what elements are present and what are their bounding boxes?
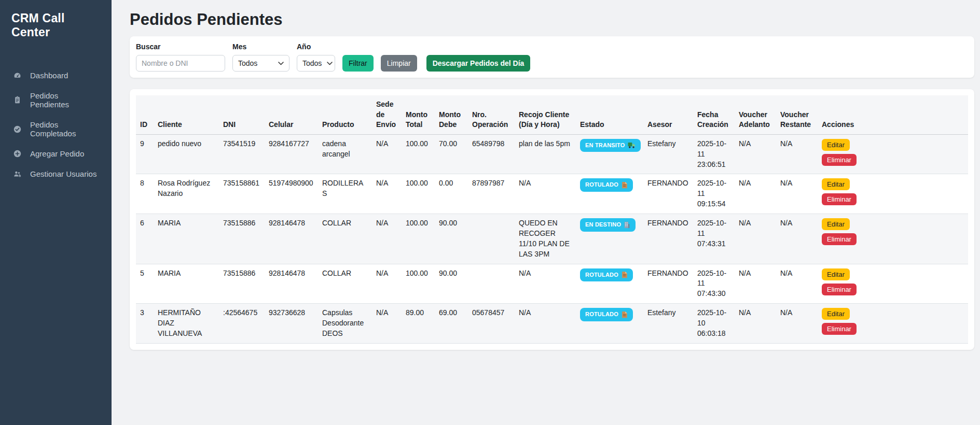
- cell-dni: :42564675: [219, 304, 265, 344]
- sidebar-item-label: Dashboard: [30, 71, 68, 80]
- delete-button[interactable]: Eliminar: [822, 233, 857, 245]
- sidebar-item-label: Gestionar Usuarios: [30, 169, 96, 178]
- year-select-value: Todos: [302, 59, 322, 67]
- cell-producto: cadena arcangel: [318, 134, 372, 174]
- edit-button[interactable]: Editar: [822, 218, 850, 230]
- filter-button[interactable]: Filtrar: [342, 55, 374, 72]
- cell-voucher-restante: N/A: [776, 214, 818, 264]
- edit-button[interactable]: Editar: [822, 139, 850, 151]
- edit-button[interactable]: Editar: [822, 308, 850, 320]
- column-header: Sede de Envío: [372, 95, 402, 134]
- sidebar-item-agregar-pedido[interactable]: Agregar Pedido: [0, 144, 112, 164]
- cell-cliente: HERMITAÑO DIAZ VILLANUEVA: [154, 304, 219, 344]
- cell-producto: Capsulas Desodorante DEOS: [318, 304, 372, 344]
- truck-icon: [628, 142, 636, 149]
- search-field-group: Buscar: [136, 42, 225, 72]
- cell-producto: COLLAR: [318, 214, 372, 264]
- sidebar-item-pedidos-completados[interactable]: Pedidos Completados: [0, 115, 112, 144]
- check-circle-icon: [12, 125, 22, 134]
- edit-button[interactable]: Editar: [822, 268, 850, 280]
- cell-dni: 735158861: [219, 174, 265, 214]
- delete-button[interactable]: Eliminar: [822, 154, 857, 166]
- table-row: 6MARIA73515886928146478COLLARN/A100.0090…: [136, 214, 968, 264]
- cell-asesor: FERNANDO: [643, 214, 693, 264]
- column-header: ID: [136, 95, 154, 134]
- delete-button[interactable]: Eliminar: [822, 323, 857, 335]
- status-label: ROTULADO: [585, 181, 618, 189]
- main-content: Pedidos Pendientes Buscar Mes Todos Año: [112, 0, 980, 425]
- year-select[interactable]: Todos: [297, 55, 335, 72]
- clear-button[interactable]: Limpiar: [381, 55, 417, 72]
- cell-recojo: N/A: [515, 174, 576, 214]
- month-label: Mes: [232, 42, 289, 51]
- sidebar-item-gestionar-usuarios[interactable]: Gestionar Usuarios: [0, 164, 112, 184]
- delete-button[interactable]: Eliminar: [822, 284, 857, 295]
- sidebar-item-dashboard[interactable]: Dashboard: [0, 65, 112, 86]
- cell-celular: 928146478: [265, 214, 318, 264]
- table-row: 9pedido nuevo735415199284167727cadena ar…: [136, 134, 968, 174]
- chevron-down-icon: [278, 62, 284, 65]
- status-label: ROTULADO: [585, 271, 618, 279]
- download-orders-button[interactable]: Descargar Pedidos del Día: [426, 55, 531, 72]
- cell-id: 9: [136, 134, 154, 174]
- cell-sede: N/A: [372, 214, 402, 264]
- cell-cliente: MARIA: [154, 264, 219, 304]
- plus-circle-icon: [12, 149, 22, 158]
- app-title: CRM Call Center: [0, 7, 112, 44]
- cell-monto-debe: 0.00: [435, 174, 468, 214]
- cell-recojo: plan de las 5pm: [515, 134, 576, 174]
- gauge-icon: [12, 71, 22, 80]
- cell-voucher-adelanto: N/A: [735, 264, 776, 304]
- cell-producto: RODILLERAS: [318, 174, 372, 214]
- building-icon: [624, 221, 630, 229]
- year-field-group: Año Todos: [297, 42, 335, 72]
- column-header: Monto Total: [402, 95, 435, 134]
- cell-acciones: EditarEliminar: [818, 134, 968, 174]
- sidebar-item-pedidos-pendientes[interactable]: Pedidos Pendientes: [0, 86, 112, 115]
- cell-monto-debe: 69.00: [435, 304, 468, 344]
- cell-voucher-adelanto: N/A: [735, 304, 776, 344]
- cell-fecha-creacion: 2025-10-11 07:43:30: [693, 264, 735, 304]
- cell-monto-debe: 70.00: [435, 134, 468, 174]
- cell-celular: 51974980900: [265, 174, 318, 214]
- table-row: 5MARIA73515886928146478COLLARN/A100.0090…: [136, 264, 968, 304]
- status-badge: ROTULADO: [580, 308, 633, 321]
- cell-recojo: QUEDO EN RECOGER 11/10 PLAN DE LAS 3PM: [515, 214, 576, 264]
- month-field-group: Mes Todos: [232, 42, 289, 72]
- month-select[interactable]: Todos: [232, 55, 289, 72]
- cell-sede: N/A: [372, 174, 402, 214]
- cell-dni: 73541519: [219, 134, 265, 174]
- column-header: Producto: [318, 95, 372, 134]
- cell-voucher-restante: N/A: [776, 174, 818, 214]
- delete-button[interactable]: Eliminar: [822, 193, 857, 205]
- orders-table: IDClienteDNICelularProductoSede de Envío…: [136, 95, 968, 344]
- table-header-row: IDClienteDNICelularProductoSede de Envío…: [136, 95, 968, 134]
- cell-celular: 932736628: [265, 304, 318, 344]
- chevron-down-icon: [327, 62, 333, 65]
- cell-dni: 73515886: [219, 264, 265, 304]
- cell-monto-total: 100.00: [402, 264, 435, 304]
- table-row: 8Rosa Rodríguez Nazario73515886151974980…: [136, 174, 968, 214]
- column-header: Cliente: [154, 95, 219, 134]
- status-badge: EN DESTINO: [580, 218, 636, 232]
- cell-monto-total: 89.00: [402, 304, 435, 344]
- status-badge: ROTULADO: [580, 178, 633, 192]
- package-icon: [621, 181, 628, 189]
- search-input[interactable]: [136, 55, 225, 72]
- cell-sede: N/A: [372, 264, 402, 304]
- sidebar-item-label: Pedidos Completados: [30, 120, 99, 138]
- cell-voucher-restante: N/A: [776, 134, 818, 174]
- cell-monto-debe: 90.00: [435, 264, 468, 304]
- cell-nro-operacion: [468, 214, 515, 264]
- cell-asesor: FERNANDO: [643, 264, 693, 304]
- cell-monto-total: 100.00: [402, 134, 435, 174]
- cell-id: 3: [136, 304, 154, 344]
- column-header: Celular: [265, 95, 318, 134]
- edit-button[interactable]: Editar: [822, 178, 850, 190]
- search-label: Buscar: [136, 42, 225, 51]
- status-badge: ROTULADO: [580, 268, 633, 282]
- cell-acciones: EditarEliminar: [818, 214, 968, 264]
- sidebar: CRM Call Center DashboardPedidos Pendien…: [0, 0, 112, 425]
- cell-nro-operacion: 05678457: [468, 304, 515, 344]
- column-header: Monto Debe: [435, 95, 468, 134]
